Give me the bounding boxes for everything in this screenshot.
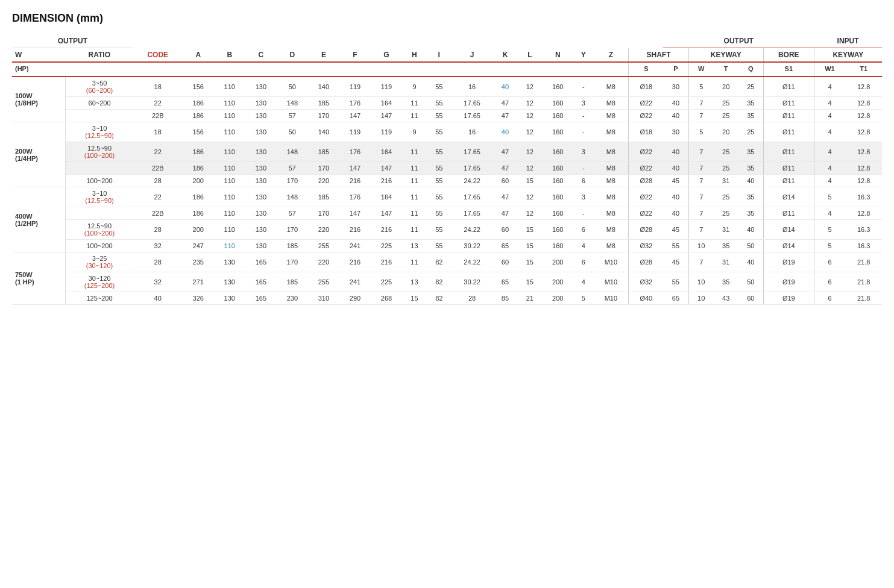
table-row: 400W(1/2HP)3~10(12.5~90)2218611013014818… bbox=[12, 187, 882, 207]
cell-i: 55 bbox=[427, 122, 452, 142]
cell-p: 65 bbox=[663, 292, 688, 305]
cell-i: 55 bbox=[427, 220, 452, 240]
cell-t: 20 bbox=[714, 122, 738, 142]
cell-s1: Ø14 bbox=[763, 220, 814, 240]
cell-h: 11 bbox=[402, 187, 427, 207]
col-header-row: W RATIO CODE A B C D E F G H I J K L N Y… bbox=[12, 48, 882, 63]
cell-a: 186 bbox=[183, 162, 214, 175]
cell-a: 200 bbox=[183, 175, 214, 187]
cell-code: 32 bbox=[133, 272, 183, 292]
col-a-header: A bbox=[183, 48, 214, 63]
cell-s: Ø28 bbox=[629, 175, 663, 187]
cell-g: 119 bbox=[371, 122, 402, 142]
col-code-header: CODE bbox=[133, 48, 183, 63]
cell-g: 147 bbox=[371, 162, 402, 175]
cell-l: 12 bbox=[517, 122, 542, 142]
cell-j: 17.65 bbox=[452, 207, 493, 220]
table-body: 100W(1/8HP)3~50(60~200)18156110130501401… bbox=[12, 77, 882, 305]
cell-q: 40 bbox=[738, 175, 764, 187]
cell-n: 160 bbox=[542, 110, 573, 122]
cell-t1: 12.8 bbox=[845, 97, 882, 110]
cell-a: 247 bbox=[183, 240, 214, 252]
cell-s1: Ø11 bbox=[763, 175, 814, 187]
col-c-header: C bbox=[245, 48, 277, 63]
cell-y: - bbox=[573, 77, 593, 97]
cell-n: 200 bbox=[542, 272, 573, 292]
cell-k: 47 bbox=[493, 110, 518, 122]
page-title: DIMENSION (mm) bbox=[12, 12, 882, 25]
unit-q: Q bbox=[738, 62, 764, 77]
cell-n: 160 bbox=[542, 220, 573, 240]
cell-c: 130 bbox=[245, 97, 277, 110]
unit-code bbox=[133, 62, 183, 77]
cell-code: 18 bbox=[133, 122, 183, 142]
cell-c: 130 bbox=[245, 77, 277, 97]
cell-c: 130 bbox=[245, 207, 277, 220]
cell-c: 130 bbox=[245, 175, 277, 187]
cell-e: 220 bbox=[308, 175, 339, 187]
cell-k: 85 bbox=[493, 292, 518, 305]
cell-g: 147 bbox=[371, 110, 402, 122]
cell-i: 55 bbox=[427, 207, 452, 220]
unit-k bbox=[493, 62, 518, 77]
cell-b: 130 bbox=[214, 272, 245, 292]
unit-y bbox=[573, 62, 593, 77]
col-i-header: I bbox=[427, 48, 452, 63]
unit-s: S bbox=[629, 62, 663, 77]
cell-s: Ø28 bbox=[629, 252, 663, 272]
cell-t1: 16.3 bbox=[845, 220, 882, 240]
unit-p: P bbox=[663, 62, 688, 77]
cell-f: 176 bbox=[339, 187, 371, 207]
cell-z: M8 bbox=[593, 77, 629, 97]
cell-z: M8 bbox=[593, 240, 629, 252]
cell-c: 130 bbox=[245, 240, 277, 252]
cell-s: Ø40 bbox=[629, 292, 663, 305]
col-bore-header: BORE bbox=[763, 48, 814, 63]
cell-t1: 12.8 bbox=[845, 162, 882, 175]
cell-s1: Ø11 bbox=[763, 207, 814, 220]
cell-j: 17.65 bbox=[452, 110, 493, 122]
cell-j: 16 bbox=[452, 77, 493, 97]
cell-f: 216 bbox=[339, 252, 371, 272]
cell-e: 220 bbox=[308, 220, 339, 240]
cell-ratio: 30~120(125~200) bbox=[66, 272, 133, 292]
cell-b: 110 bbox=[214, 220, 245, 240]
cell-i: 55 bbox=[427, 162, 452, 175]
cell-a: 156 bbox=[183, 122, 214, 142]
cell-w-key: 7 bbox=[688, 252, 714, 272]
cell-i: 82 bbox=[427, 272, 452, 292]
cell-h: 9 bbox=[402, 77, 427, 97]
col-l-header: L bbox=[517, 48, 542, 63]
unit-e bbox=[308, 62, 339, 77]
cell-b: 130 bbox=[214, 292, 245, 305]
cell-k: 47 bbox=[493, 97, 518, 110]
cell-code: 22B bbox=[133, 162, 183, 175]
cell-s1: Ø11 bbox=[763, 97, 814, 110]
cell-d: 148 bbox=[277, 97, 308, 110]
cell-f: 147 bbox=[339, 110, 371, 122]
cell-k: 65 bbox=[493, 240, 518, 252]
cell-h: 11 bbox=[402, 207, 427, 220]
cell-h: 11 bbox=[402, 142, 427, 162]
cell-s: Ø22 bbox=[629, 162, 663, 175]
cell-code: 18 bbox=[133, 77, 183, 97]
cell-d: 50 bbox=[277, 77, 308, 97]
cell-t1: 21.8 bbox=[845, 272, 882, 292]
col-shaft-header: SHAFT bbox=[629, 48, 688, 63]
cell-t: 31 bbox=[714, 220, 738, 240]
cell-j: 17.65 bbox=[452, 187, 493, 207]
cell-ratio: 12.5~90(100~200) bbox=[66, 142, 133, 162]
cell-a: 186 bbox=[183, 97, 214, 110]
cell-w1: 6 bbox=[814, 272, 845, 292]
cell-t1: 12.8 bbox=[845, 122, 882, 142]
cell-y: - bbox=[573, 162, 593, 175]
cell-s: Ø22 bbox=[629, 110, 663, 122]
cell-a: 200 bbox=[183, 220, 214, 240]
cell-t1: 12.8 bbox=[845, 207, 882, 220]
cell-y: 3 bbox=[573, 97, 593, 110]
cell-y: 4 bbox=[573, 240, 593, 252]
cell-t: 35 bbox=[714, 240, 738, 252]
cell-q: 25 bbox=[738, 77, 764, 97]
cell-s1: Ø11 bbox=[763, 142, 814, 162]
cell-t: 43 bbox=[714, 292, 738, 305]
